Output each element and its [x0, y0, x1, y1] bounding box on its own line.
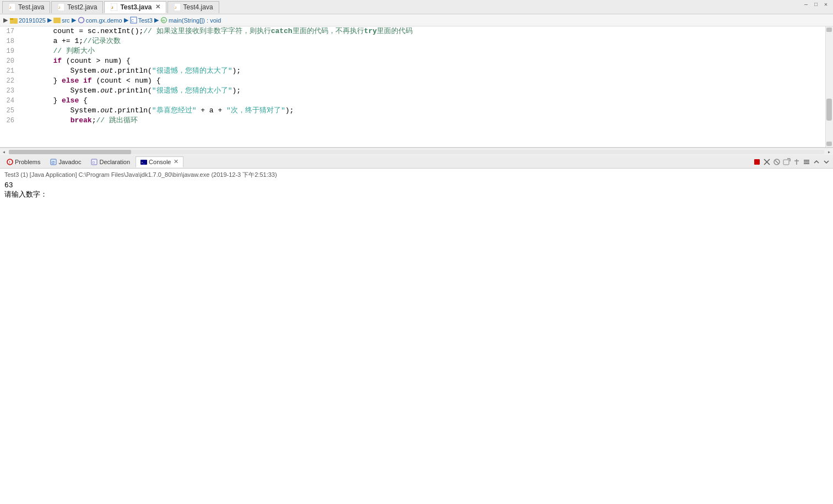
console-output-line1: 63 [4, 181, 829, 189]
tab-test2-label: Test2.java [67, 3, 97, 11]
svg-rect-29 [783, 160, 789, 165]
code-line-20: 20 if (count > num) { [0, 56, 825, 66]
svg-text:J: J [175, 6, 176, 9]
declaration-icon: D [91, 159, 98, 165]
svg-text:C: C [131, 19, 134, 23]
svg-rect-24 [754, 159, 760, 165]
tab-test3-close[interactable]: ✕ [155, 3, 160, 10]
scroll-right-btn[interactable]: ▸ [825, 148, 833, 156]
bottom-tab-console-label: Console [149, 159, 171, 165]
tab-test2[interactable]: J Test2.java [51, 1, 103, 13]
window-controls: — □ ✕ [802, 1, 830, 8]
minimize-panel-button[interactable] [812, 158, 821, 166]
console-toolbar [753, 158, 833, 166]
java-file-icon: J [8, 3, 16, 11]
breadcrumb-item-0[interactable]: 20191025 [10, 17, 46, 24]
h-scroll-thumb[interactable] [9, 150, 131, 154]
breadcrumb: ▶ 20191025 ▶ src ▶ com.gx.demo ▶ C Test3… [0, 14, 833, 26]
bottom-tab-problems-label: Problems [15, 159, 40, 165]
pin-button[interactable] [792, 158, 801, 166]
breadcrumb-item-1[interactable]: src [53, 17, 70, 24]
code-line-23: 23 System.out.println("很遗憾，您猜的太小了"); [0, 86, 825, 96]
bottom-tab-console[interactable]: >_ Console ✕ [136, 156, 183, 167]
svg-line-28 [775, 160, 778, 164]
editor-vertical-scrollbar[interactable] [825, 26, 833, 147]
console-icon: >_ [140, 159, 147, 165]
class-icon: C [130, 17, 137, 24]
terminate-button[interactable] [772, 158, 781, 166]
code-line-26: 26 break;// 跳出循环 [0, 116, 825, 126]
method-icon: m [160, 17, 167, 24]
svg-text:J: J [111, 6, 113, 9]
bottom-tab-javadoc-label: Javadoc [58, 159, 81, 165]
problems-icon: ! [7, 159, 13, 165]
tab-test1-label: Test.java [18, 3, 44, 11]
code-line-25: 25 System.out.println("恭喜您经过" + a + "次，终… [0, 106, 825, 116]
close-win-btn[interactable]: ✕ [822, 1, 830, 8]
code-line-22: 22 } else if (count < num) { [0, 76, 825, 86]
tab-test1[interactable]: J Test.java [2, 1, 50, 13]
scrollbar-thumb[interactable] [826, 99, 832, 121]
tab-test3[interactable]: J Test3.java ✕ [104, 1, 166, 13]
svg-text:>_: >_ [141, 161, 145, 165]
breadcrumb-arrow: ▶ [3, 17, 8, 24]
svg-rect-10 [53, 18, 61, 23]
bottom-tab-bar: ! Problems @ Javadoc D Declaration >_ [0, 155, 833, 169]
console-content: Test3 (1) [Java Application] C:\Program … [0, 169, 833, 504]
minimize-win-btn[interactable]: — [802, 2, 810, 8]
java-file-icon-2: J [57, 3, 65, 11]
scroll-left-btn[interactable]: ◂ [0, 148, 8, 156]
svg-text:J: J [9, 6, 11, 9]
tab-test4-label: Test4.java [183, 3, 213, 11]
view-menu-button[interactable] [802, 158, 811, 166]
bottom-tab-declaration-label: Declaration [99, 159, 130, 165]
folder-icon [10, 17, 18, 24]
breadcrumb-sep-3: ▶ [124, 17, 128, 24]
h-scroll-track[interactable] [9, 150, 824, 154]
bottom-panel: ! Problems @ Javadoc D Declaration >_ [0, 155, 833, 504]
code-line-17: 17 count = sc.nextInt();// 如果这里接收到非数字字符，… [0, 26, 825, 36]
java-file-icon-3: J [110, 3, 118, 11]
editor-scroll[interactable]: 17 count = sc.nextInt();// 如果这里接收到非数字字符，… [0, 26, 825, 147]
breadcrumb-sep-4: ▶ [154, 17, 159, 24]
package-icon [78, 17, 85, 24]
breadcrumb-item-2[interactable]: com.gx.demo [78, 17, 122, 24]
main-layout: — □ ✕ J Test.java J Test2.java [0, 0, 833, 504]
breadcrumb-sep-2: ▶ [72, 17, 76, 24]
console-output-line2: 请输入数字： [4, 189, 829, 199]
code-line-19: 19 // 判断大小 [0, 46, 825, 56]
java-file-icon-4: J [174, 3, 181, 11]
bottom-tab-problems[interactable]: ! Problems [2, 156, 45, 167]
breadcrumb-sep-1: ▶ [47, 17, 52, 24]
code-line-21: 21 System.out.println("很遗憾，您猜的太大了"); [0, 66, 825, 76]
tab-test3-label: Test3.java [120, 3, 152, 11]
svg-text:@: @ [51, 160, 55, 164]
svg-text:D: D [93, 161, 95, 164]
src-folder-icon [53, 17, 61, 24]
code-line-24: 24 } else { [0, 96, 825, 106]
breadcrumb-item-3[interactable]: C Test3 [130, 17, 153, 24]
bottom-tab-declaration[interactable]: D Declaration [86, 156, 134, 167]
bottom-tab-javadoc[interactable]: @ Javadoc [46, 156, 85, 167]
tab-test4[interactable]: J Test4.java [167, 1, 219, 13]
console-status-line: Test3 (1) [Java Application] C:\Program … [4, 171, 829, 179]
editor-tab-bar: J Test.java J Test2.java J Test3.java [0, 0, 833, 14]
editor-horizontal-scrollbar[interactable]: ◂ ▸ [0, 148, 833, 155]
svg-rect-9 [10, 18, 13, 20]
restore-win-btn[interactable]: □ [812, 2, 820, 8]
svg-text:m: m [162, 19, 165, 22]
svg-point-11 [78, 18, 84, 23]
javadoc-icon: @ [50, 159, 57, 165]
code-line-18: 18 a += 1;//记录次数 [0, 36, 825, 46]
maximize-panel-button[interactable] [822, 158, 831, 166]
stop-button[interactable] [753, 158, 761, 166]
code-lines: 17 count = sc.nextInt();// 如果这里接收到非数字字符，… [0, 26, 825, 126]
new-console-button[interactable] [782, 158, 791, 166]
bottom-tab-console-close[interactable]: ✕ [174, 158, 178, 165]
svg-text:J: J [58, 6, 60, 9]
close-console-button[interactable] [762, 158, 771, 166]
svg-text:!: ! [9, 160, 10, 164]
breadcrumb-item-4[interactable]: m main(String[]) : void [160, 17, 221, 24]
console-output: 63 请输入数字： [4, 181, 829, 199]
editor-area: 17 count = sc.nextInt();// 如果这里接收到非数字字符，… [0, 26, 833, 148]
